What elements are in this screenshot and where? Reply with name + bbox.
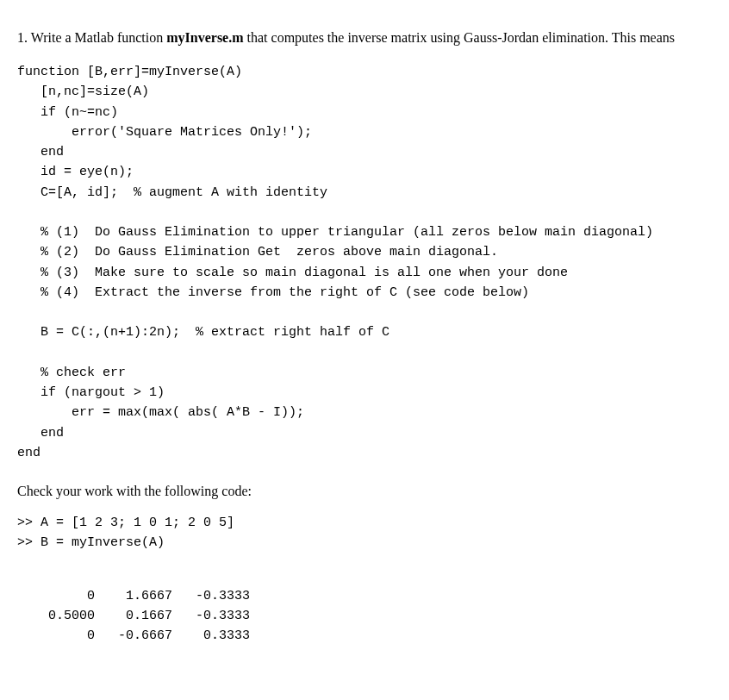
problem-text-pre: Write a Matlab function [28, 30, 166, 45]
code-block-check: >> A = [1 2 3; 1 0 1; 2 0 5] >> B = myIn… [17, 513, 712, 553]
problem-text-post: that computes the inverse matrix using G… [244, 30, 676, 45]
code-block-main: function [B,err]=myInverse(A) [n,nc]=siz… [17, 62, 712, 463]
problem-number: 1. [17, 30, 28, 45]
check-instruction: Check your work with the following code: [17, 484, 712, 499]
function-name: myInverse.m [166, 30, 243, 45]
output-matrix: 0 1.6667 -0.3333 0.5000 0.1667 -0.3333 0… [17, 586, 712, 647]
problem-statement: 1. Write a Matlab function myInverse.m t… [17, 28, 712, 48]
